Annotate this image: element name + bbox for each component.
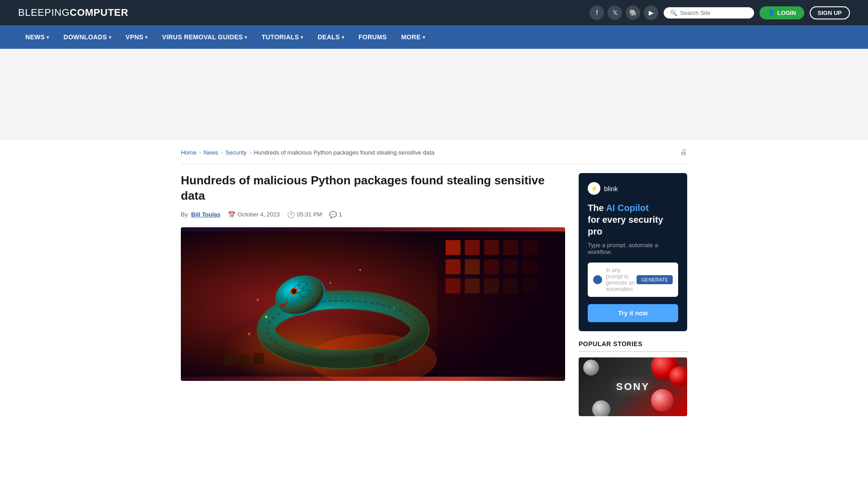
svg-point-33 xyxy=(248,333,250,335)
svg-rect-38 xyxy=(373,353,384,364)
svg-rect-10 xyxy=(503,259,518,274)
ad-input-mock: In any prompt to generate an automation … xyxy=(588,263,678,297)
ad-input-icon xyxy=(593,275,602,284)
ad-input-placeholder: In any prompt to generate an automation xyxy=(606,267,637,292)
try-it-button[interactable]: Try it now xyxy=(588,304,678,322)
nav-deals[interactable]: DEALS ▾ xyxy=(311,25,351,49)
article-date: 📅 October 4, 2023 xyxy=(228,211,280,218)
breadcrumb-security[interactable]: Security xyxy=(226,149,247,156)
svg-rect-8 xyxy=(503,240,518,255)
blink-brand-name: blink xyxy=(604,185,618,192)
nav-news[interactable]: NEWS ▾ xyxy=(18,25,57,49)
svg-rect-39 xyxy=(388,355,399,366)
twitter-icon[interactable]: 𝕏 xyxy=(608,5,622,20)
breadcrumb-home[interactable]: Home xyxy=(181,149,197,156)
svg-rect-2 xyxy=(446,240,461,255)
clock-icon: 🕐 xyxy=(287,211,295,218)
main-navbar: NEWS ▾ DOWNLOADS ▾ VPNS ▾ VIRUS REMOVAL … xyxy=(0,25,868,49)
article-main: Hundreds of malicious Python packages fo… xyxy=(181,173,565,416)
svg-rect-4 xyxy=(484,240,499,255)
main-container: Home › News › Security › Hundreds of mal… xyxy=(163,139,705,425)
svg-point-29 xyxy=(265,315,268,318)
site-header: BLEEPINGCOMPUTER f 𝕏 🐘 ▶ 🔍 👤 LOGIN SIGN … xyxy=(0,0,868,25)
svg-point-31 xyxy=(257,299,259,301)
search-input[interactable] xyxy=(680,9,748,16)
comments-icon: 💬 xyxy=(329,211,337,218)
svg-rect-14 xyxy=(484,278,499,293)
sphere-decoration xyxy=(669,366,687,387)
svg-rect-36 xyxy=(239,355,250,366)
article-meta: By Bill Toulas 📅 October 4, 2023 🕐 05:31… xyxy=(181,211,565,218)
article-title: Hundreds of malicious Python packages fo… xyxy=(181,173,565,204)
article-layout: Hundreds of malicious Python packages fo… xyxy=(181,173,687,416)
author-link[interactable]: Bill Toulas xyxy=(191,211,221,218)
author-label: By Bill Toulas xyxy=(181,211,221,218)
comments-badge[interactable]: 💬 1 xyxy=(329,211,342,218)
nav-downloads[interactable]: DOWNLOADS ▾ xyxy=(57,25,118,49)
mastodon-icon[interactable]: 🐘 xyxy=(626,5,640,20)
calendar-icon: 📅 xyxy=(228,211,236,218)
chevron-down-icon: ▾ xyxy=(245,35,247,40)
ad-headline: The AI Copilot for every security pro xyxy=(588,202,678,237)
svg-rect-12 xyxy=(446,278,461,293)
chevron-right-icon: › xyxy=(199,150,201,155)
sphere-decoration xyxy=(592,400,610,416)
facebook-icon[interactable]: f xyxy=(590,5,604,20)
svg-rect-9 xyxy=(523,240,538,255)
nav-forums[interactable]: FORUMS xyxy=(351,25,394,49)
header-right: f 𝕏 🐘 ▶ 🔍 👤 LOGIN SIGN UP xyxy=(590,5,850,20)
sphere-decoration xyxy=(651,389,674,412)
user-icon: 👤 xyxy=(768,9,775,16)
signup-button[interactable]: SIGN UP xyxy=(810,6,850,19)
svg-rect-37 xyxy=(254,353,264,364)
svg-point-34 xyxy=(393,307,395,309)
youtube-icon[interactable]: ▶ xyxy=(644,5,658,20)
blink-logo: ⚡ blink xyxy=(588,182,678,195)
article-sidebar: ⚡ blink The AI Copilot for every securit… xyxy=(579,173,687,416)
svg-rect-3 xyxy=(465,240,480,255)
print-icon[interactable]: 🖨 xyxy=(680,148,687,156)
login-button[interactable]: 👤 LOGIN xyxy=(760,6,804,19)
search-icon: 🔍 xyxy=(670,9,677,16)
ad-description: Type a prompt, automate a workflow. xyxy=(588,242,678,255)
svg-rect-13 xyxy=(465,278,480,293)
svg-point-32 xyxy=(359,269,361,271)
logo-suffix: COMPUTER xyxy=(70,7,128,18)
breadcrumb-news[interactable]: News xyxy=(203,149,218,156)
svg-rect-15 xyxy=(503,278,518,293)
chevron-right-icon: › xyxy=(221,150,223,155)
chevron-down-icon: ▾ xyxy=(109,35,111,40)
chevron-down-icon: ▾ xyxy=(47,35,49,40)
ad-banner xyxy=(0,49,868,139)
nav-tutorials[interactable]: TUTORIALS ▾ xyxy=(255,25,311,49)
chevron-down-icon: ▾ xyxy=(301,35,303,40)
breadcrumb: Home › News › Security › Hundreds of mal… xyxy=(181,148,687,164)
logo-prefix: BLEEPING xyxy=(18,7,70,18)
article-time: 🕐 05:31 PM xyxy=(287,211,322,218)
nav-vpns[interactable]: VPNS ▾ xyxy=(118,25,155,49)
article-hero-image xyxy=(181,227,565,381)
nav-more[interactable]: MORE ▾ xyxy=(394,25,432,49)
chevron-right-icon: › xyxy=(250,150,251,155)
svg-rect-7 xyxy=(484,259,499,274)
breadcrumb-current: Hundreds of malicious Python packages fo… xyxy=(254,149,434,156)
blink-icon: ⚡ xyxy=(588,182,600,195)
sidebar-advertisement: ⚡ blink The AI Copilot for every securit… xyxy=(579,173,687,331)
chevron-down-icon: ▾ xyxy=(423,35,425,40)
popular-stories-section: POPULAR STORIES SONY xyxy=(579,340,687,416)
svg-rect-6 xyxy=(465,259,480,274)
generate-button[interactable]: GENERATE xyxy=(637,275,673,284)
nav-virus-removal[interactable]: VIRUS REMOVAL GUIDES ▾ xyxy=(155,25,255,49)
svg-rect-16 xyxy=(523,278,538,293)
popular-story-item[interactable]: SONY xyxy=(579,357,687,416)
site-logo[interactable]: BLEEPINGCOMPUTER xyxy=(18,7,128,19)
chevron-down-icon: ▾ xyxy=(342,35,344,40)
social-icons: f 𝕏 🐘 ▶ xyxy=(590,5,658,20)
story-brand-name: SONY xyxy=(616,381,650,393)
svg-rect-5 xyxy=(446,259,461,274)
search-box: 🔍 xyxy=(664,7,754,19)
svg-rect-35 xyxy=(223,355,234,366)
svg-point-30 xyxy=(330,282,331,283)
snake-illustration xyxy=(181,227,565,381)
sphere-decoration xyxy=(583,360,599,375)
